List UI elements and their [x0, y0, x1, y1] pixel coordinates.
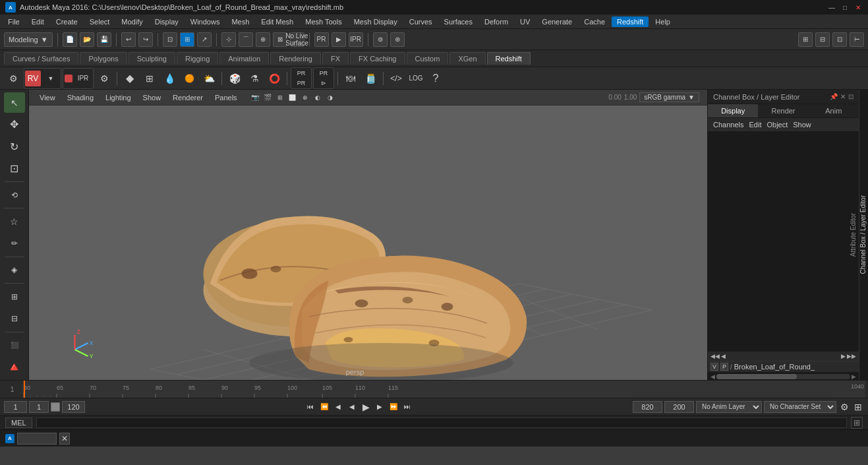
- playback-extra-btn[interactable]: ⊞: [852, 401, 864, 413]
- menu-mesh-display[interactable]: Mesh Display: [349, 16, 403, 27]
- poly-button[interactable]: ◆: [121, 69, 139, 88]
- snap-view-button[interactable]: ⊠: [273, 32, 287, 47]
- menu-display[interactable]: Display: [150, 16, 184, 27]
- ipr-button[interactable]: IPR: [349, 32, 363, 47]
- menu-file[interactable]: File: [3, 16, 25, 27]
- workspace-selector[interactable]: Modeling ▼: [4, 32, 53, 47]
- layer-visibility-btn[interactable]: V: [710, 363, 718, 371]
- crease-lt[interactable]: ⊟: [4, 308, 25, 328]
- select-tool-button[interactable]: ⊡: [163, 32, 177, 47]
- range-drag-handle[interactable]: [51, 402, 60, 412]
- menu-generate[interactable]: Generate: [536, 16, 577, 27]
- menu-deform[interactable]: Deform: [479, 16, 513, 27]
- vp-smooth-toggle[interactable]: ⊕: [299, 92, 311, 104]
- menu-edit[interactable]: Edit: [26, 16, 49, 27]
- menu-cache[interactable]: Cache: [579, 16, 610, 27]
- vp-panels-menu[interactable]: Panels: [210, 92, 243, 103]
- redo-button[interactable]: ↪: [138, 32, 153, 47]
- undo-button[interactable]: ↩: [121, 32, 136, 47]
- universal-manip-lt[interactable]: ⟲: [4, 185, 25, 205]
- layer-playback-btn[interactable]: P: [720, 363, 728, 371]
- prev-frame-button[interactable]: ◀: [332, 401, 344, 413]
- snap-curve-button[interactable]: ⌒: [239, 32, 253, 47]
- menu-redshift[interactable]: Redshift: [612, 16, 649, 27]
- ipr-label[interactable]: IPR: [74, 69, 92, 88]
- select-tool-lt[interactable]: ↖: [4, 92, 25, 113]
- cb-channels-menu[interactable]: Channels: [713, 121, 743, 129]
- rv-options[interactable]: ▼: [42, 69, 60, 88]
- cb-float-btn[interactable]: ⊡: [848, 93, 854, 100]
- soft-select-lt[interactable]: ☆: [4, 211, 25, 232]
- fullscreen-button[interactable]: ⊢: [850, 32, 864, 47]
- cb-tab-anim[interactable]: Anim: [809, 104, 859, 117]
- menu-surfaces[interactable]: Surfaces: [439, 16, 478, 27]
- vp-grid-toggle[interactable]: ⊞: [274, 92, 286, 104]
- tab-xgen[interactable]: XGen: [449, 52, 485, 65]
- vp-view-menu[interactable]: View: [34, 92, 61, 103]
- channel-box-label-vert[interactable]: Channel Box / Layer Editor: [858, 190, 868, 280]
- lasso-select-button[interactable]: ↗: [197, 32, 212, 47]
- input-ops-button[interactable]: ⊚: [373, 32, 388, 47]
- paint-select-lt[interactable]: ✏: [4, 233, 25, 254]
- save-file-button[interactable]: 💾: [97, 32, 111, 47]
- rv-button[interactable]: RV: [25, 71, 41, 86]
- output-ops-button[interactable]: ⊛: [390, 32, 405, 47]
- tab-curves-surfaces[interactable]: Curves / Surfaces: [4, 52, 78, 65]
- redshift-logo-lt[interactable]: 🔺: [4, 357, 25, 377]
- cb-pin-btn[interactable]: 📌: [830, 93, 838, 100]
- menu-curves[interactable]: Curves: [404, 16, 438, 27]
- icon-red-square[interactable]: [65, 75, 72, 82]
- viewport-layout-button[interactable]: ⊟: [815, 32, 830, 47]
- render-settings-button[interactable]: PR: [314, 32, 329, 47]
- script-button[interactable]: </>: [387, 69, 405, 88]
- layer-arrow-back-back[interactable]: ◀◀: [710, 353, 720, 359]
- snap-live-button[interactable]: No Live Surface: [290, 32, 304, 47]
- vp-camera-icon[interactable]: 📷: [249, 92, 261, 104]
- ui-options-button[interactable]: ⊡: [832, 32, 847, 47]
- rotate-tool-lt[interactable]: ↻: [4, 137, 25, 157]
- scroll-left-btn[interactable]: ◀: [710, 373, 715, 380]
- menu-mesh[interactable]: Mesh: [226, 16, 254, 27]
- cb-tab-display[interactable]: Display: [708, 104, 758, 117]
- color-space-dropdown[interactable]: sRGB gamma ▼: [639, 92, 699, 102]
- view-transform-lt[interactable]: ◈: [4, 260, 25, 280]
- cb-edit-menu[interactable]: Edit: [749, 121, 761, 129]
- command-line[interactable]: [36, 418, 847, 428]
- material-button[interactable]: 🫙: [361, 69, 380, 88]
- cb-close-btn[interactable]: ✕: [840, 93, 846, 100]
- select-region-button[interactable]: ⊞: [180, 32, 194, 47]
- cloud-button[interactable]: ⛅: [200, 69, 218, 88]
- vp-isolate-btn[interactable]: ◐: [312, 92, 324, 104]
- frame-step-input[interactable]: [29, 401, 49, 413]
- cb-tab-render[interactable]: Render: [758, 104, 808, 117]
- scroll-thumb[interactable]: [716, 374, 797, 379]
- log-button[interactable]: LOG: [407, 69, 425, 88]
- tab-sculpting[interactable]: Sculpting: [129, 52, 175, 65]
- playback-options-btn[interactable]: ⚙: [838, 401, 850, 413]
- tab-animation[interactable]: Animation: [219, 52, 269, 65]
- scale-tool-lt[interactable]: ⊡: [4, 158, 25, 179]
- tab-redshift[interactable]: Redshift: [487, 52, 531, 65]
- menu-modify[interactable]: Modify: [116, 16, 148, 27]
- plate-button[interactable]: 🍽: [341, 69, 360, 88]
- cb-object-menu[interactable]: Object: [767, 121, 788, 129]
- grid-lt[interactable]: ⊞: [4, 286, 25, 307]
- pr2-bottom-button[interactable]: ⊳: [314, 78, 333, 88]
- step-back-button[interactable]: ⏪: [318, 401, 330, 413]
- anim-layer-dropdown[interactable]: No Anim Layer: [696, 401, 762, 413]
- settings-cog-btn[interactable]: ⚙: [95, 69, 113, 88]
- pipe-button[interactable]: ⚗: [245, 69, 264, 88]
- layer-arrow-back[interactable]: ◀: [721, 353, 726, 359]
- close-button[interactable]: ✕: [854, 3, 863, 12]
- layer-arrow-fwd[interactable]: ▶▶: [847, 353, 856, 359]
- attribute-editor-label-vert[interactable]: Attribute Editor: [848, 208, 858, 262]
- settings-icon-btn[interactable]: ⚙: [4, 69, 22, 88]
- drop-button[interactable]: 💧: [160, 69, 179, 88]
- play-button[interactable]: ▶: [360, 401, 372, 413]
- menu-edit-mesh[interactable]: Edit Mesh: [256, 16, 299, 27]
- render-button[interactable]: ▶: [332, 32, 346, 47]
- layer-new-btn[interactable]: ▶: [841, 353, 846, 359]
- menu-create[interactable]: Create: [51, 16, 83, 27]
- menu-select[interactable]: Select: [84, 16, 115, 27]
- vp-film-icon[interactable]: 🎬: [262, 92, 274, 104]
